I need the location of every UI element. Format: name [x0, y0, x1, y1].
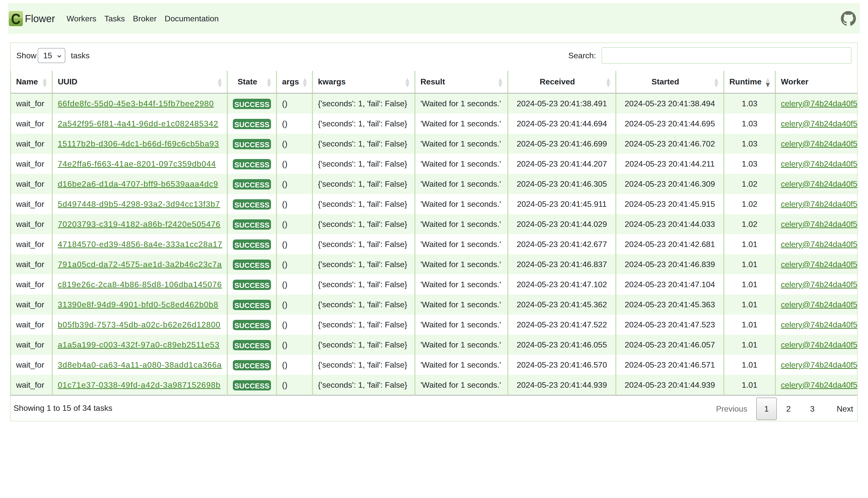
svg-text:C: C	[11, 11, 21, 26]
